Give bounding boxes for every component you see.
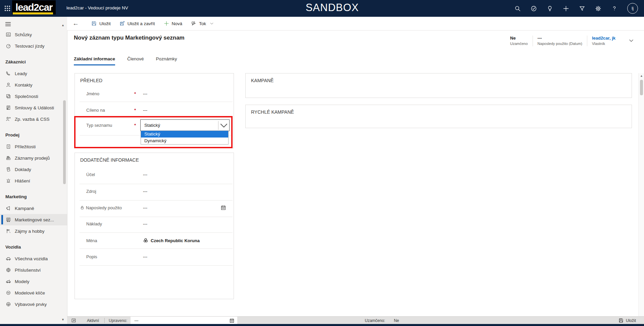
sidebar-item-hlaseni[interactable]: Hlášení xyxy=(0,175,67,186)
sidebar-scroll-up-icon[interactable]: ▲ xyxy=(61,23,64,27)
nova-button[interactable]: Nová xyxy=(159,17,187,30)
expand-icon[interactable] xyxy=(71,318,76,323)
main-scrollbar[interactable]: ▲ ▼ xyxy=(638,73,644,324)
tab-zakladni-informace[interactable]: Základní informace xyxy=(74,56,115,65)
required-asterisk: * xyxy=(134,91,136,96)
scroll-up-icon[interactable]: ▲ xyxy=(639,74,644,77)
combobox-chevron-down-icon[interactable] xyxy=(218,120,229,131)
filter-icon[interactable] xyxy=(579,5,585,12)
field-divider xyxy=(80,232,233,233)
tab-poznamky[interactable]: Poznámky xyxy=(156,56,177,65)
sidebar-item-prilezitosti[interactable]: Příležitosti xyxy=(0,141,67,152)
sidebar-item-prislusenstvi[interactable]: Příslušenství xyxy=(0,264,67,276)
check-circle-icon[interactable] xyxy=(531,5,537,12)
field-value[interactable]: --- xyxy=(143,172,147,177)
sidebar-item-kampane[interactable]: Kampaně xyxy=(0,203,67,214)
sidebar-item-schuzky[interactable]: Schůzky xyxy=(0,29,67,40)
ulozit-a-zavrit-button[interactable]: Uložit a zavřít xyxy=(115,17,159,30)
field-value[interactable]: --- xyxy=(143,205,147,210)
field-label: Účel xyxy=(86,172,95,177)
field-row-ucel: Účel--- xyxy=(75,170,234,178)
field-value-text: --- xyxy=(143,205,147,210)
currency-icon xyxy=(143,238,148,243)
sidebar-section-marketing: Marketing xyxy=(0,191,67,203)
status-save-button[interactable]: Uložit xyxy=(618,318,636,323)
sidebar-item-label: Kampaně xyxy=(15,206,34,211)
sidebar-item-testovaci-jizdy[interactable]: Testovací jízdy xyxy=(0,40,67,52)
sidebar-item-zajmy-a-hobby[interactable]: Zájmy a hobby xyxy=(0,225,67,237)
register-icon xyxy=(6,155,11,161)
sidebar-item-label: Zp. vazba & CSS xyxy=(15,117,50,122)
sidebar-scroll-down-icon[interactable]: ▼ xyxy=(61,318,64,321)
save-close-icon xyxy=(119,21,125,26)
search-icon[interactable] xyxy=(514,5,521,12)
sidebar-item-kontakty[interactable]: Kontakty xyxy=(0,79,67,91)
sidebar-item-zaznamy-prodeju[interactable]: Záznamy prodejů xyxy=(0,152,67,164)
save-icon xyxy=(91,21,97,26)
sidebar-section-prodej: Prodej xyxy=(0,129,67,141)
sidebar-item-doklady[interactable]: Doklady xyxy=(0,164,67,175)
sidebar-item-modelove-klice[interactable]: Modelové klíče xyxy=(0,287,67,298)
sidebar-scrollbar-thumb[interactable] xyxy=(63,100,66,184)
app-launcher-waffle-icon[interactable] xyxy=(4,5,11,12)
sidebar-item-label: Společnosti xyxy=(15,94,38,99)
header-field-label: Vlastník xyxy=(592,42,615,46)
sidebar-item-modely[interactable]: Modely xyxy=(0,276,67,287)
sidebar-item-label: Modely xyxy=(15,279,30,284)
sidebar-item-leady[interactable]: Leady xyxy=(0,68,67,79)
header-field-divider xyxy=(533,36,533,46)
scrollbar-thumb[interactable] xyxy=(640,80,643,95)
sidebar-item-spolecnosti[interactable]: Společnosti xyxy=(0,91,67,102)
sidebar-item-zp-vazba-css[interactable]: Zp. vazba & CSS xyxy=(0,113,67,125)
modified-date-field[interactable]: --- xyxy=(131,317,237,324)
header-field-value[interactable]: lead2car, jk xyxy=(592,36,615,41)
field-value[interactable]: --- xyxy=(143,108,147,113)
tok-button[interactable]: Tok xyxy=(187,17,218,30)
sidebar-item-label: Záznamy prodejů xyxy=(15,156,50,161)
help-icon[interactable] xyxy=(611,5,617,12)
lightbulb-icon[interactable] xyxy=(547,5,553,12)
field-value[interactable]: --- xyxy=(143,91,147,96)
header-field-value: --- xyxy=(538,36,582,41)
user-avatar[interactable]: Ij xyxy=(627,3,638,14)
header-field-divider xyxy=(587,36,587,46)
field-value[interactable]: Czech Republic Koruna xyxy=(143,238,200,243)
command-label: Nová xyxy=(172,21,183,26)
command-label: Tok xyxy=(199,21,206,26)
sidebar-item-marketingove-sez[interactable]: Marketingové sez... xyxy=(0,214,67,225)
wheel-icon xyxy=(6,267,11,273)
section-title: KAMPANĚ xyxy=(246,73,632,83)
field-value-text: --- xyxy=(143,108,147,113)
field-value-text: --- xyxy=(143,189,147,194)
section-dodatecne-informace: DODATEČNÉ INFORMACE Účel---Zdroj---Napos… xyxy=(75,153,234,299)
field-label: Měna xyxy=(86,238,97,243)
header-chevron-down-icon[interactable] xyxy=(628,38,634,44)
field-row-popis: Popis--- xyxy=(75,253,234,261)
field-divider xyxy=(80,118,233,118)
field-divider xyxy=(80,184,233,184)
ulozit-button[interactable]: Uložit xyxy=(87,17,115,30)
calendar-icon[interactable] xyxy=(229,318,235,323)
gear-icon[interactable] xyxy=(595,5,601,12)
sidebar-item-smlouvy-udalosti[interactable]: Smlouvy & Události xyxy=(0,102,67,113)
logo-text: lead2car xyxy=(15,2,52,12)
list-type-combobox[interactable]: Statický xyxy=(140,119,230,131)
feedback-icon xyxy=(6,116,11,122)
sidebar-item-vsechna-vozidla[interactable]: Všechna vozidla xyxy=(0,253,67,264)
field-row-naklady: Náklady--- xyxy=(75,220,234,228)
field-value[interactable]: --- xyxy=(143,254,147,259)
field-value[interactable]: --- xyxy=(143,221,147,226)
dropdown-option-staticky[interactable]: Statický xyxy=(141,131,228,138)
calendar-icon[interactable] xyxy=(220,205,226,211)
field-label: Naposledy použito xyxy=(86,205,122,210)
back-button[interactable]: ← xyxy=(72,20,79,27)
field-value[interactable]: --- xyxy=(143,189,147,194)
chevron-down-icon[interactable] xyxy=(209,21,214,26)
hamburger-menu-icon[interactable] xyxy=(5,21,11,28)
alert-icon xyxy=(6,178,11,183)
form-tabs: Základní informaceČlenovéPoznámky xyxy=(74,56,177,65)
tab-clenove[interactable]: Členové xyxy=(127,56,144,65)
dropdown-option-dynamicky[interactable]: Dynamický xyxy=(141,138,228,144)
sidebar-item-vybavove-prvky[interactable]: Výbavové prvky xyxy=(0,298,67,310)
plus-icon[interactable] xyxy=(563,5,569,12)
